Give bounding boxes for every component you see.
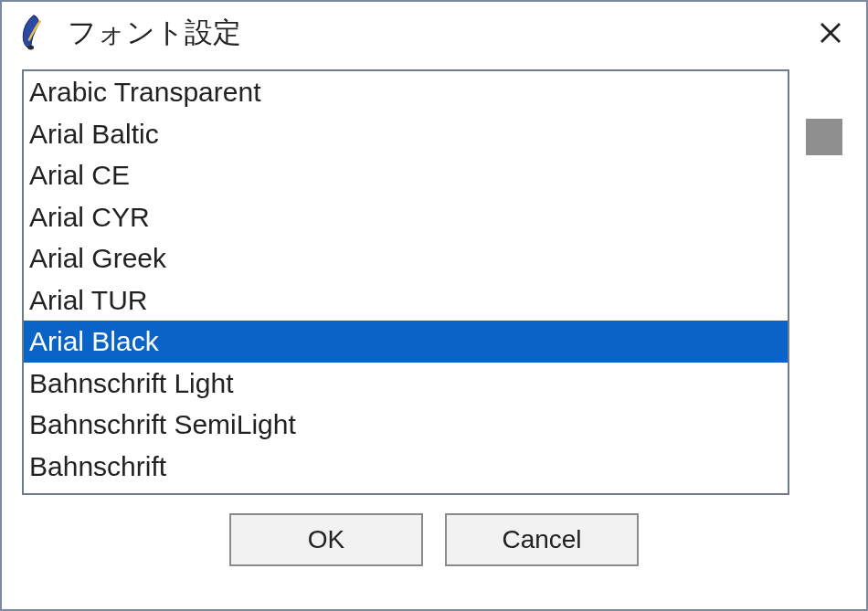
close-button[interactable] bbox=[808, 10, 853, 56]
font-list-item[interactable]: Arabic Transparent bbox=[24, 71, 788, 113]
font-list-item[interactable]: Arial TUR bbox=[24, 279, 788, 321]
font-list-wrap: Arabic TransparentArial BalticArial CEAr… bbox=[22, 69, 846, 495]
dialog-content: Arabic TransparentArial BalticArial CEAr… bbox=[2, 64, 866, 609]
font-list-item[interactable]: Arial Baltic bbox=[24, 113, 788, 155]
font-listbox[interactable]: Arabic TransparentArial BalticArial CEAr… bbox=[22, 69, 789, 495]
dialog-button-row: OK Cancel bbox=[22, 495, 846, 581]
ok-button[interactable]: OK bbox=[229, 513, 423, 566]
cancel-button[interactable]: Cancel bbox=[445, 513, 639, 566]
window-title: フォント設定 bbox=[68, 14, 808, 52]
title-bar: フォント設定 bbox=[2, 2, 866, 64]
scrollbar-thumb[interactable] bbox=[806, 119, 842, 155]
font-list-item[interactable]: Arial Greek bbox=[24, 237, 788, 279]
scrollbar-track[interactable] bbox=[802, 69, 846, 495]
app-feather-icon bbox=[15, 11, 53, 55]
font-list-item[interactable]: Arial CYR bbox=[24, 196, 788, 238]
svg-point-0 bbox=[27, 45, 34, 49]
font-list-item[interactable]: Bahnschrift bbox=[24, 446, 788, 488]
font-list-item[interactable]: Arial Black bbox=[24, 321, 788, 363]
close-icon bbox=[817, 19, 844, 47]
font-list-item[interactable]: Bahnschrift Light bbox=[24, 363, 788, 405]
font-list-item[interactable]: Arial CE bbox=[24, 154, 788, 196]
font-list-item[interactable]: Bahnschrift SemiLight bbox=[24, 404, 788, 446]
